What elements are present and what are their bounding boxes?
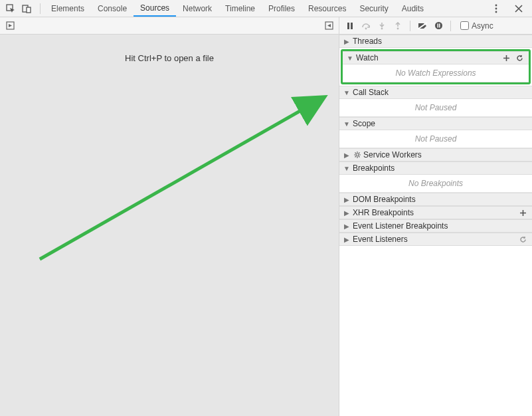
debugger-toolbar: Async: [339, 17, 532, 35]
tab-label: Console: [98, 4, 127, 13]
tab-label: Profiles: [268, 4, 295, 13]
section-dom-breakpoints[interactable]: ▶ DOM Breakpoints: [339, 193, 532, 206]
show-navigator-icon[interactable]: [4, 20, 16, 32]
tab-console[interactable]: Console: [91, 0, 133, 17]
section-label: XHR Breakpoints: [353, 208, 414, 217]
svg-point-4: [495, 7, 497, 9]
tab-label: Audits: [402, 4, 424, 13]
section-label: Threads: [353, 37, 382, 46]
step-out-icon[interactable]: [391, 19, 404, 33]
svg-point-3: [495, 4, 497, 6]
gear-icon: [353, 152, 362, 158]
tab-sources[interactable]: Sources: [133, 0, 176, 17]
scope-empty-message: Not Paused: [339, 130, 532, 148]
refresh-event-listeners-icon[interactable]: [517, 234, 528, 245]
section-scope[interactable]: ▼ Scope: [339, 117, 532, 130]
debugger-pane: Async ▶ Threads ▼ Watch: [339, 17, 532, 416]
section-watch[interactable]: ▼ Watch: [343, 51, 529, 64]
section-label: Event Listeners: [353, 235, 408, 244]
expand-icon: ▶: [343, 209, 350, 217]
watch-empty-message: No Watch Expressions: [343, 64, 529, 82]
svg-point-13: [397, 27, 399, 29]
devtools-top-tabbar: Elements Console Sources Network Timelin…: [0, 0, 532, 17]
tab-label: Resources: [308, 4, 346, 13]
section-label: Event Listener Breakpoints: [353, 221, 448, 231]
sources-panel: Hit Ctrl+P to open a file: [0, 17, 532, 416]
pause-script-icon[interactable]: [343, 19, 357, 33]
svg-line-24: [359, 156, 360, 157]
async-label: Async: [472, 21, 493, 31]
divider: [40, 3, 41, 14]
tab-security[interactable]: Security: [353, 0, 395, 17]
section-label: Breakpoints: [353, 163, 395, 173]
async-checkbox-input[interactable]: [460, 21, 469, 30]
tab-label: Security: [359, 4, 388, 13]
breakpoints-empty-message: No Breakpoints: [339, 175, 532, 193]
step-into-icon[interactable]: [375, 19, 389, 33]
tab-profiles[interactable]: Profiles: [262, 0, 302, 17]
close-devtools-icon[interactable]: [512, 2, 525, 15]
tab-label: Timeline: [225, 4, 255, 13]
editor-toolbar: [0, 17, 339, 35]
editor-pane: Hit Ctrl+P to open a file: [0, 17, 339, 416]
add-xhr-breakpoint-icon[interactable]: [517, 207, 528, 218]
editor-body: Hit Ctrl+P to open a file: [0, 35, 339, 416]
tab-label: Sources: [140, 3, 169, 13]
svg-rect-16: [437, 24, 438, 28]
svg-line-8: [40, 98, 322, 259]
kebab-menu-icon[interactable]: [489, 2, 503, 15]
svg-point-12: [381, 27, 383, 29]
svg-rect-9: [347, 23, 349, 29]
tab-network[interactable]: Network: [176, 0, 219, 17]
section-event-listeners[interactable]: ▶ Event Listeners: [339, 233, 532, 246]
section-event-listener-breakpoints[interactable]: ▶ Event Listener Breakpoints: [339, 219, 532, 233]
async-checkbox[interactable]: Async: [460, 21, 493, 31]
section-label: Call Stack: [353, 88, 389, 97]
panel-tabs: Elements Console Sources Network Timelin…: [44, 0, 489, 17]
pause-on-exceptions-icon[interactable]: [432, 19, 445, 33]
svg-point-11: [365, 27, 367, 29]
refresh-watch-icon[interactable]: [514, 52, 525, 63]
annotation-arrow: [0, 35, 339, 416]
inspect-element-icon[interactable]: [4, 2, 17, 15]
device-toolbar-icon[interactable]: [20, 2, 33, 15]
debugger-sections: ▶ Threads ▼ Watch No Watch Expressions: [339, 35, 532, 416]
svg-line-26: [359, 153, 360, 154]
expand-icon: ▶: [343, 223, 350, 230]
svg-point-5: [495, 11, 497, 13]
tab-label: Elements: [51, 4, 84, 13]
expand-icon: ▶: [343, 236, 350, 243]
call-stack-empty-message: Not Paused: [339, 99, 532, 117]
expand-icon: ▶: [343, 152, 350, 159]
section-xhr-breakpoints[interactable]: ▶ XHR Breakpoints: [339, 206, 532, 219]
divider: [450, 21, 451, 31]
collapse-icon: ▼: [343, 165, 350, 172]
svg-point-15: [435, 22, 442, 29]
svg-point-18: [356, 154, 359, 156]
svg-line-23: [355, 153, 357, 154]
section-label: DOM Breakpoints: [353, 195, 416, 204]
section-call-stack[interactable]: ▼ Call Stack: [339, 86, 532, 99]
collapse-icon: ▼: [347, 54, 353, 62]
svg-line-25: [355, 156, 357, 157]
annotation-highlight-box: ▼ Watch No Watch Expressions: [341, 49, 531, 84]
section-breakpoints[interactable]: ▼ Breakpoints: [339, 161, 532, 175]
svg-rect-10: [351, 23, 353, 29]
show-debugger-icon[interactable]: [323, 20, 335, 32]
tab-elements[interactable]: Elements: [44, 0, 91, 17]
collapse-icon: ▼: [343, 120, 350, 128]
expand-icon: ▶: [343, 38, 350, 45]
step-over-icon[interactable]: [359, 19, 373, 33]
section-service-workers[interactable]: ▶ Service Workers: [339, 148, 532, 161]
deactivate-breakpoints-icon[interactable]: [416, 19, 429, 33]
svg-rect-2: [27, 7, 31, 13]
add-watch-icon[interactable]: [501, 52, 511, 63]
collapse-icon: ▼: [343, 89, 350, 96]
tab-timeline[interactable]: Timeline: [219, 0, 262, 17]
section-label: Watch: [356, 53, 379, 62]
section-label: Scope: [353, 119, 375, 128]
tab-label: Network: [183, 4, 212, 13]
section-threads[interactable]: ▶ Threads: [339, 35, 532, 48]
tab-resources[interactable]: Resources: [302, 0, 353, 17]
tab-audits[interactable]: Audits: [395, 0, 430, 17]
